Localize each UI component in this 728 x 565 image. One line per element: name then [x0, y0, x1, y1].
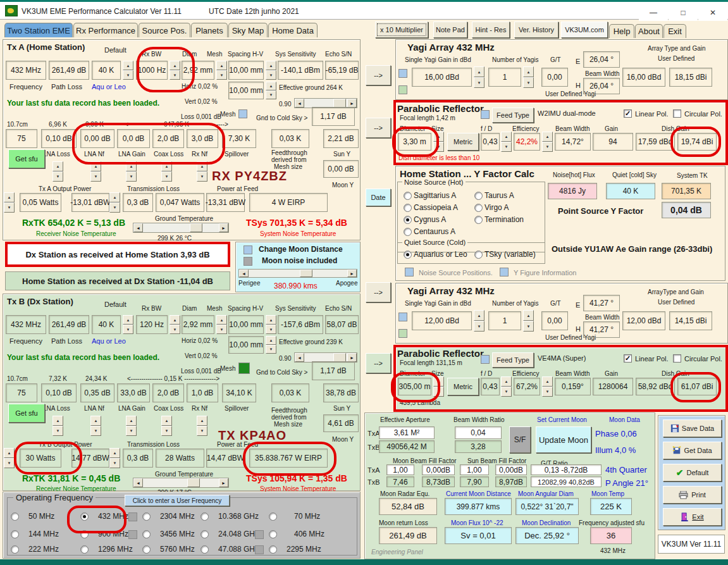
- slider-right-arrow-icon[interactable]: ►: [347, 353, 357, 362]
- date-button[interactable]: Date: [366, 189, 391, 206]
- spin-down-icon[interactable]: ▼: [266, 70, 276, 80]
- slider-track[interactable]: [249, 270, 347, 277]
- txb-lna-loss-spinner[interactable]: ▲▼: [52, 416, 63, 436]
- radio-47088ghz[interactable]: [201, 545, 209, 554]
- radio-taurus-a[interactable]: [474, 192, 483, 200]
- spin-down-icon[interactable]: ▼: [52, 171, 63, 182]
- yagi1-number-spinner[interactable]: ▲▼: [523, 66, 534, 88]
- spin-up-icon[interactable]: ▲: [542, 376, 553, 387]
- slider-left-arrow-icon[interactable]: ◄: [133, 478, 143, 487]
- slider-track[interactable]: [143, 223, 219, 232]
- spin-up-icon[interactable]: ▲: [266, 315, 276, 325]
- get-data-button[interactable]: Get Data: [663, 442, 722, 459]
- radio-label-144mhz[interactable]: 144 MHz: [28, 530, 59, 538]
- slider-thumb[interactable]: [333, 353, 346, 362]
- txb-cold-sky-field[interactable]: 40 K: [92, 315, 121, 334]
- moon-distance-slider[interactable]: ◄►: [238, 269, 357, 278]
- txb-lna-gain-field[interactable]: 33,0 dB: [117, 383, 150, 402]
- radio-5760mhz[interactable]: [142, 545, 151, 554]
- txa-mesh-swatch[interactable]: [238, 109, 247, 118]
- par2-linear-pol-checkbox[interactable]: ✓: [624, 354, 632, 363]
- par1-size-spinner[interactable]: ▲▼: [433, 132, 444, 152]
- link-arrow-button-2[interactable]: -->: [366, 118, 391, 138]
- spin-down-icon[interactable]: ▼: [501, 142, 512, 152]
- close-button[interactable]: ✕: [698, 4, 727, 21]
- spin-down-icon[interactable]: ▼: [126, 426, 137, 436]
- spin-up-icon[interactable]: ▲: [126, 416, 137, 426]
- spin-up-icon[interactable]: ▲: [109, 448, 120, 458]
- txb-spacing-v-field[interactable]: 10,00 mm: [228, 336, 264, 354]
- txa-mesh-spinner[interactable]: ▲▼: [216, 61, 227, 80]
- spin-down-icon[interactable]: ▼: [161, 426, 172, 436]
- radio-222mhz[interactable]: [11, 545, 19, 554]
- txb-cold-spinner[interactable]: ▲▼: [123, 315, 133, 334]
- par1-efficiency-field[interactable]: 42,2%: [514, 133, 540, 151]
- tab-help[interactable]: Help: [609, 24, 634, 38]
- hint-res-button[interactable]: Hint - Res: [472, 22, 510, 38]
- spin-down-icon[interactable]: ▼: [126, 171, 137, 182]
- txb-rxnf-spinner[interactable]: ▲▼: [197, 416, 207, 436]
- spin-down-icon[interactable]: ▼: [4, 458, 15, 468]
- slider-track[interactable]: [143, 478, 219, 487]
- radio-label-tsky[interactable]: TSky (variable): [484, 251, 536, 259]
- radio-2304mhz[interactable]: [142, 512, 151, 521]
- radio-label-47088ghz[interactable]: 47.088 GHz: [218, 545, 259, 554]
- txb-rx-nf-field[interactable]: 1,0 dB: [187, 383, 218, 402]
- spin-down-icon[interactable]: ▼: [523, 77, 534, 88]
- noise-source-positions-checkbox[interactable]: [405, 268, 414, 276]
- spin-down-icon[interactable]: ▼: [216, 325, 227, 334]
- radio-label-900mhz[interactable]: 900 MHz: [98, 530, 128, 538]
- radio-tsky[interactable]: [474, 251, 483, 259]
- radio-label-taurus-a[interactable]: Taurus A: [484, 192, 514, 200]
- par2-circular-pol-checkbox[interactable]: [673, 354, 681, 363]
- txb-coax-spinner[interactable]: ▲▼: [161, 416, 172, 436]
- txa-power-spinner[interactable]: ▲▼: [4, 192, 15, 213]
- txb-power-spinner[interactable]: ▲▼: [4, 448, 15, 468]
- par1-eff-spinner[interactable]: ▲▼: [542, 132, 553, 152]
- radio-label-50mhz[interactable]: 50 MHz: [28, 512, 54, 521]
- txa-trans-loss-field[interactable]: 0,3 dB: [123, 193, 153, 212]
- note-pad-button[interactable]: Note Pad: [433, 22, 467, 38]
- radio-3456mhz[interactable]: [142, 530, 151, 538]
- spin-up-icon[interactable]: ▲: [216, 315, 227, 325]
- slider-left-arrow-icon[interactable]: ◄: [295, 99, 304, 108]
- spin-up-icon[interactable]: ▲: [197, 416, 207, 426]
- txa-cold-sky-field[interactable]: 40 K: [92, 61, 121, 80]
- radio-label-2304mhz[interactable]: 2304 MHz: [160, 512, 195, 521]
- yagi1-single-gain-field[interactable]: 16,00 dBd: [412, 68, 472, 87]
- spin-down-icon[interactable]: ▼: [501, 387, 512, 397]
- txb-ground-temp-slider[interactable]: ◄►: [133, 478, 229, 488]
- radio-aquarius-leo[interactable]: [404, 251, 412, 259]
- default-button[interactable]: ✔ Default: [663, 464, 722, 481]
- slider-track[interactable]: [304, 99, 347, 108]
- yagi2-number-spinner[interactable]: ▲▼: [523, 310, 534, 332]
- yagi2-green-swatch[interactable]: [398, 329, 407, 338]
- spin-up-icon[interactable]: ▲: [161, 161, 172, 171]
- txb-spacing-h-spinner[interactable]: ▲▼: [266, 315, 276, 334]
- txa-spacing-h-spinner[interactable]: ▲▼: [266, 61, 276, 80]
- txa-watts-field[interactable]: 0,05 Watts: [20, 193, 61, 212]
- slider-thumb[interactable]: [300, 270, 312, 277]
- slider-left-arrow-icon[interactable]: ◄: [239, 270, 249, 277]
- yagi2-blue-swatch[interactable]: [398, 313, 407, 321]
- link-arrow-button-1[interactable]: -->: [366, 65, 391, 85]
- par1-diameter-field[interactable]: 3,30 m: [398, 133, 431, 151]
- spin-down-icon[interactable]: ▼: [170, 325, 180, 334]
- par1-feed-type-button[interactable]: Feed Type: [492, 108, 534, 123]
- radio-label-2295mhz[interactable]: 2295 MHz: [287, 545, 321, 554]
- spin-up-icon[interactable]: ▲: [52, 416, 63, 426]
- slider-right-arrow-icon[interactable]: ►: [347, 99, 357, 108]
- par2-diameter-field[interactable]: 305,00 m: [398, 378, 431, 395]
- txb-rxbw-spinner[interactable]: ▲▼: [170, 315, 180, 334]
- spin-down-icon[interactable]: ▼: [266, 325, 276, 334]
- tab-rx-performance[interactable]: Rx Performance: [73, 23, 138, 37]
- txb-get-sfu-button[interactable]: Get sfu: [8, 404, 45, 423]
- radio-432mhz[interactable]: [80, 512, 89, 521]
- print-button[interactable]: Print: [663, 486, 722, 504]
- txb-watts-field[interactable]: 30 Watts: [20, 449, 61, 468]
- spin-down-icon[interactable]: ▼: [266, 90, 276, 99]
- tab-exit[interactable]: Exit: [663, 24, 686, 38]
- radio-label-centaurus-a[interactable]: Centaurus A: [414, 228, 455, 236]
- spin-up-icon[interactable]: ▲: [474, 66, 484, 77]
- par2-size-spinner[interactable]: ▲▼: [433, 376, 444, 397]
